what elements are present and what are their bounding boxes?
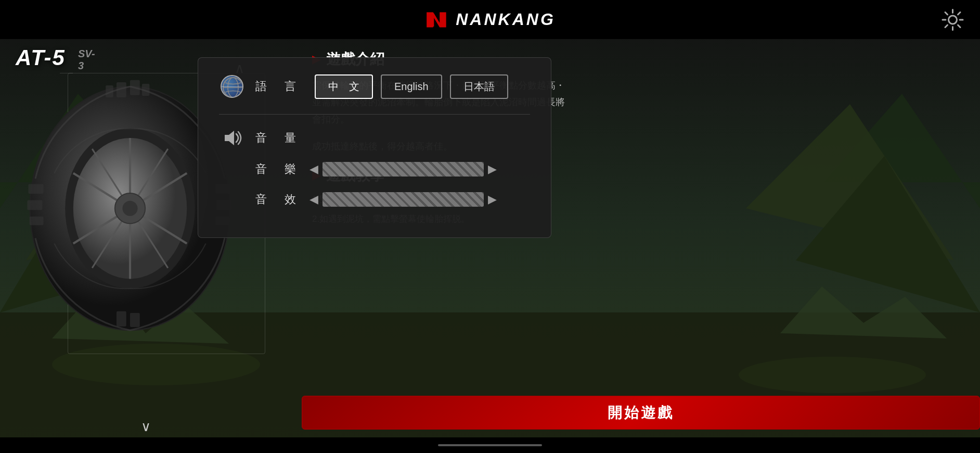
sfx-row: 音 效 ◀ ▶ [219,192,530,207]
logo-text: NANKANG [456,10,556,29]
svg-rect-30 [27,200,42,210]
volume-section-label: 音 量 [255,130,299,146]
language-row: 語 言 中 文 English 日本語 [219,73,530,99]
sfx-decrease-button[interactable]: ◀ [310,193,318,206]
header-bar: NANKANG [0,0,980,39]
svg-point-14 [949,16,957,24]
globe-icon [219,73,245,99]
sfx-increase-button[interactable]: ▶ [488,193,497,206]
svg-rect-29 [28,184,43,194]
svg-marker-40 [225,131,234,145]
volume-icon [219,125,245,151]
language-label: 語 言 [255,79,299,94]
bottom-bar [0,437,980,453]
lang-en-button[interactable]: English [381,74,442,99]
sfx-slider-track[interactable] [323,192,484,207]
music-decrease-button[interactable]: ◀ [310,162,318,176]
lang-ja-button[interactable]: 日本語 [450,74,508,99]
sfx-label: 音 效 [255,192,299,207]
language-buttons: 中 文 English 日本語 [315,74,508,99]
svg-rect-31 [30,217,44,225]
settings-button[interactable] [941,8,964,31]
start-game-button[interactable]: 開始遊戲 [302,396,980,430]
music-slider-container: ◀ ▶ [310,162,497,177]
svg-rect-35 [117,311,126,326]
settings-overlay: 語 言 中 文 English 日本語 音 量 音 樂 ◀ ▶ 音 [198,57,551,238]
svg-rect-36 [130,313,140,327]
svg-marker-13 [429,13,446,26]
scroll-indicator [438,444,542,446]
music-slider-track[interactable] [323,162,484,177]
music-row: 音 樂 ◀ ▶ [219,161,530,177]
music-label: 音 樂 [255,161,299,177]
sfx-slider-container: ◀ ▶ [310,192,497,207]
lang-zh-button[interactable]: 中 文 [315,74,373,99]
settings-divider-1 [219,114,530,115]
tire-series-name: SV-3 [78,48,95,72]
tire-model-name: AT-5 [16,45,66,70]
nankang-logo: NANKANG [424,9,556,30]
svg-point-24 [122,201,137,216]
music-increase-button[interactable]: ▶ [488,162,497,176]
tire-nav-down[interactable]: ∨ [141,419,151,435]
